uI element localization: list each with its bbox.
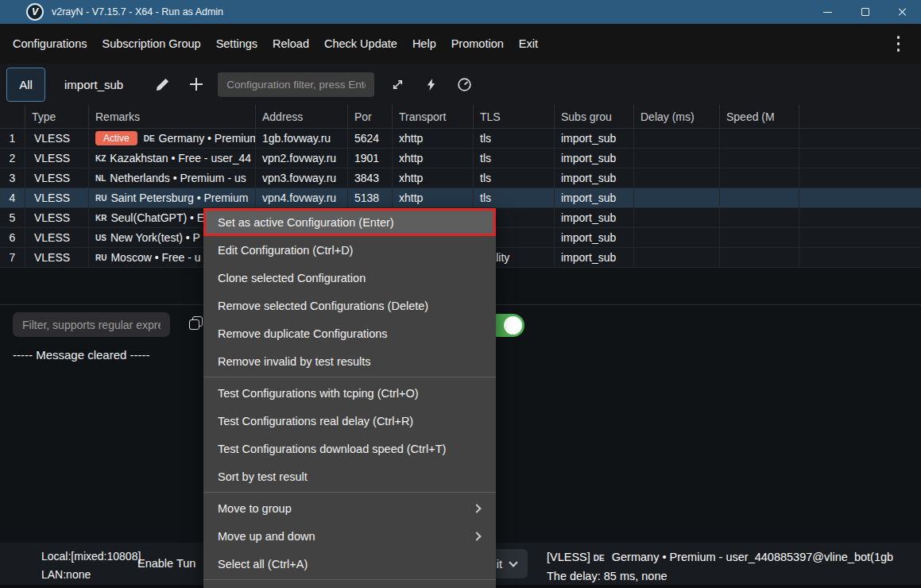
column-header-type[interactable]: Type xyxy=(25,105,89,128)
menu-item-label: Move up and down xyxy=(218,530,315,543)
menu-item-label: Test Configurations real delay (Ctrl+R) xyxy=(218,415,413,427)
menu-item-label: Test Configurations download speed (Ctrl… xyxy=(218,443,446,455)
column-header-por[interactable]: Por xyxy=(348,105,393,128)
speedtest-gauge-icon[interactable] xyxy=(457,77,472,92)
context-menu-item-remove-selected-configurations-delete[interactable]: Remove selected Configurations (Delete) xyxy=(203,292,496,319)
titlebar: V v2rayN - V7.15.7 - X64 - Run as Admin xyxy=(0,0,921,24)
context-menu-item-test-configurations-real-delay-ctrl-r[interactable]: Test Configurations real delay (Ctrl+R) xyxy=(203,407,496,435)
menu-item-label: Remove duplicate Configurations xyxy=(218,327,388,340)
menu-item-label: Select all (Ctrl+A) xyxy=(218,558,308,571)
configuration-filter-input[interactable] xyxy=(218,72,374,97)
column-header-speed-m[interactable]: Speed (M xyxy=(720,105,799,128)
cell-filler xyxy=(799,188,921,207)
cell-filler xyxy=(799,228,921,247)
menubar-item-check-update[interactable]: Check Update xyxy=(324,37,397,50)
context-menu-item-edit-configuration-ctrl-d[interactable]: Edit Configuration (Ctrl+D) xyxy=(203,236,496,264)
kebab-menu-icon[interactable] xyxy=(897,34,900,53)
country-code: DE xyxy=(144,134,155,143)
table-row[interactable]: 4VLESSRUSaint Petersburg • Premiumvpn4.f… xyxy=(0,188,921,208)
menubar-item-subscription-group[interactable]: Subscription Group xyxy=(103,37,201,50)
cell-speed xyxy=(720,248,799,267)
expand-arrows-icon[interactable] xyxy=(390,77,405,92)
window-title: v2rayN - V7.15.7 - X64 - Run as Admin xyxy=(52,6,223,17)
lightning-icon[interactable] xyxy=(424,78,438,91)
add-plus-icon[interactable] xyxy=(189,77,203,91)
remark-text: Kazakhstan • Free - user_44 xyxy=(110,152,251,164)
country-code: NL xyxy=(95,174,106,183)
table-row[interactable]: 1VLESSActiveDEGermany • Premium1gb.fovwa… xyxy=(0,129,921,149)
context-menu-item-remove-invalid-by-test-results[interactable]: Remove invalid by test results xyxy=(203,347,496,375)
cell-subs-group: import_sub xyxy=(555,168,634,188)
menubar-item-exit[interactable]: Exit xyxy=(519,37,538,50)
context-menu: Set as active Configuration (Enter)Edit … xyxy=(203,208,496,588)
column-header-filler xyxy=(799,105,921,128)
tab-all[interactable]: All xyxy=(6,68,45,102)
cell-type: VLESS xyxy=(25,228,89,247)
column-header-subs-grou[interactable]: Subs grou xyxy=(555,105,634,128)
message-filter-input[interactable] xyxy=(13,312,170,337)
cell-row-number: 4 xyxy=(0,188,25,207)
app-logo-letter: V xyxy=(32,6,38,17)
country-code: US xyxy=(95,234,106,242)
menubar-item-promotion[interactable]: Promotion xyxy=(451,37,504,50)
context-menu-item-test-configurations-download-speed-ctrl-t[interactable]: Test Configurations download speed (Ctrl… xyxy=(203,435,496,462)
cell-port: 3843 xyxy=(348,168,393,188)
column-header-address[interactable]: Address xyxy=(256,105,348,128)
menu-item-label: Remove selected Configurations (Delete) xyxy=(218,300,428,312)
cell-type: VLESS xyxy=(25,188,89,207)
remark-text: Seul(ChatGPT) • E xyxy=(110,211,204,224)
column-header-rownum[interactable] xyxy=(0,105,25,128)
enable-tun-label[interactable]: Enable Tun xyxy=(137,557,195,570)
app-logo-icon: V xyxy=(26,3,44,21)
tab-import-sub[interactable]: import_sub xyxy=(64,78,123,91)
context-menu-item-select-all-ctrl-a[interactable]: Select all (Ctrl+A) xyxy=(203,550,496,578)
cell-subs-group: import_sub xyxy=(555,149,634,168)
cell-row-number: 2 xyxy=(0,149,25,168)
cell-speed xyxy=(720,149,799,168)
close-icon xyxy=(898,7,907,17)
cell-speed xyxy=(720,228,799,247)
table-header-row: TypeRemarksAddressPorTransportTLSSubs gr… xyxy=(0,105,921,129)
remark-text: Moscow • Free - u xyxy=(110,251,200,264)
menubar-item-reload[interactable]: Reload xyxy=(273,37,309,50)
active-badge: Active xyxy=(95,131,137,145)
column-header-delay-ms[interactable]: Delay (ms) xyxy=(634,105,720,128)
copy-icon[interactable] xyxy=(189,316,203,330)
cell-row-number: 1 xyxy=(0,129,25,148)
minimize-button[interactable] xyxy=(809,0,846,24)
remark-text: Netherlands • Premium - us xyxy=(110,172,246,184)
toggle-knob xyxy=(504,316,522,335)
context-menu-item-clone-selected-configuration[interactable]: Clone selected Configuration xyxy=(203,264,496,292)
menubar-item-help[interactable]: Help xyxy=(412,37,436,50)
menubar-item-configurations[interactable]: Configurations xyxy=(13,37,87,50)
lan-port-text: LAN:none xyxy=(41,566,141,584)
cell-tls: tls xyxy=(474,129,555,148)
cell-tls: tls xyxy=(474,168,555,188)
cell-port: 5138 xyxy=(348,188,393,207)
cell-delay xyxy=(634,208,720,227)
close-button[interactable] xyxy=(884,0,921,24)
menu-item-label: Test Configurations with tcping (Ctrl+O) xyxy=(218,387,419,400)
cell-transport: xhttp xyxy=(393,168,474,188)
menubar-items: ConfigurationsSubscription GroupSettings… xyxy=(13,37,538,50)
cell-type: VLESS xyxy=(25,168,89,188)
table-row[interactable]: 2VLESSKZKazakhstan • Free - user_44vpn2.… xyxy=(0,149,921,168)
edit-pencil-icon[interactable] xyxy=(155,77,170,92)
column-header-transport[interactable]: Transport xyxy=(393,105,474,128)
cell-tls: tls xyxy=(474,149,555,168)
context-menu-item-remove-duplicate-configurations[interactable]: Remove duplicate Configurations xyxy=(203,319,496,347)
context-menu-item-test-configurations-with-tcping-ctrl-o[interactable]: Test Configurations with tcping (Ctrl+O) xyxy=(203,379,496,407)
context-menu-item-move-up-and-down[interactable]: Move up and down xyxy=(203,522,496,550)
cell-type: VLESS xyxy=(25,129,89,148)
context-menu-item-set-as-active-configuration-enter[interactable]: Set as active Configuration (Enter) xyxy=(203,208,496,236)
column-header-remarks[interactable]: Remarks xyxy=(89,105,256,128)
context-menu-item-move-to-group[interactable]: Move to group xyxy=(203,494,496,522)
cell-delay xyxy=(634,228,720,247)
menubar-item-settings[interactable]: Settings xyxy=(216,37,257,50)
cell-tls: tls xyxy=(474,188,555,207)
maximize-button[interactable] xyxy=(846,0,884,24)
table-row[interactable]: 3VLESSNLNetherlands • Premium - usvpn3.f… xyxy=(0,168,921,188)
active-profile-block: [VLESS] DE Germany • Premium - user_4408… xyxy=(547,548,893,586)
column-header-tls[interactable]: TLS xyxy=(474,105,555,128)
context-menu-item-sort-by-test-result[interactable]: Sort by test result xyxy=(203,462,496,490)
